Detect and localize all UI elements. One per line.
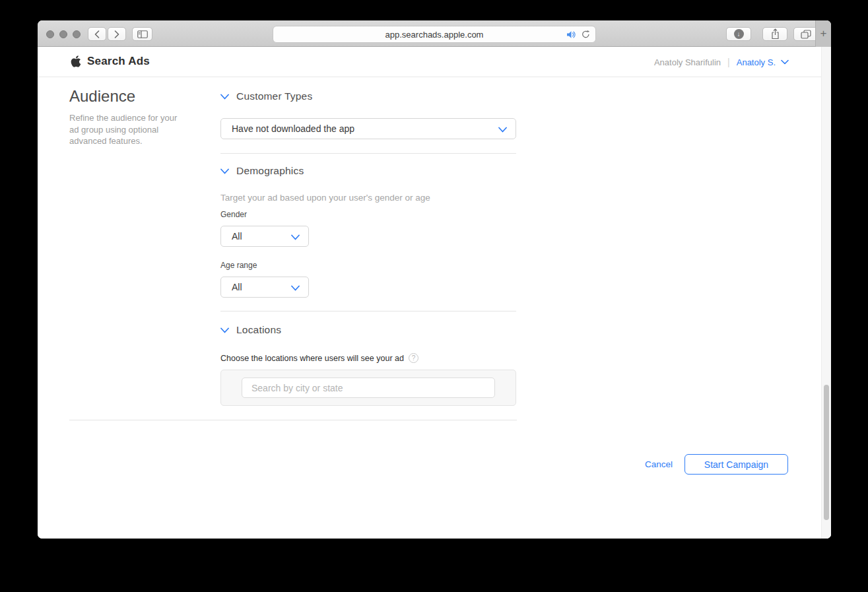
start-campaign-button[interactable]: Start Campaign [684, 454, 788, 475]
download-icon: ↓ [734, 29, 744, 39]
chevron-down-icon [781, 59, 789, 65]
header-separator: | [727, 57, 730, 67]
demographics-subtitle: Target your ad based upon your user's ge… [220, 193, 430, 203]
search-ads-page: Search Ads Anatoly Sharifulin | Anatoly … [38, 47, 831, 539]
chevron-down-icon [220, 327, 229, 333]
section-customer-types[interactable]: Customer Types [220, 90, 312, 102]
new-tab-button[interactable]: + [815, 20, 831, 47]
user-menu-label: Anatoly S. [737, 57, 776, 67]
page-description: Refine the audience for your ad group us… [69, 112, 185, 147]
browser-window: app.searchads.apple.com ↓ + Search Ads [38, 20, 831, 539]
section-locations[interactable]: Locations [220, 324, 281, 336]
section-title-locations: Locations [236, 324, 281, 336]
help-icon[interactable]: ? [409, 353, 418, 363]
customer-types-dropdown[interactable]: Have not downloaded the app [220, 118, 516, 139]
tabs-icon [801, 30, 811, 39]
chevron-down-icon [291, 285, 300, 291]
gender-value: All [232, 231, 242, 242]
age-range-dropdown[interactable]: All [220, 277, 309, 298]
page-header: Search Ads Anatoly Sharifulin | Anatoly … [38, 47, 831, 77]
reload-icon[interactable] [582, 30, 590, 39]
account-name: Anatoly Sharifulin [654, 57, 721, 67]
section-demographics[interactable]: Demographics [220, 165, 304, 177]
chevron-right-icon [114, 30, 119, 38]
sidebar-toggle-button[interactable] [132, 27, 152, 41]
brand-name: Search Ads [87, 55, 150, 68]
forward-button[interactable] [108, 27, 126, 41]
section-divider [220, 153, 516, 154]
address-bar[interactable]: app.searchads.apple.com [273, 26, 596, 43]
user-menu[interactable]: Anatoly S. [737, 57, 789, 67]
share-button[interactable] [762, 27, 787, 41]
section-title-demographics: Demographics [236, 165, 304, 177]
back-button[interactable] [88, 27, 106, 41]
minimize-window-button[interactable] [59, 30, 67, 38]
cancel-button[interactable]: Cancel [645, 459, 673, 469]
section-title-customer-types: Customer Types [236, 90, 312, 102]
scrollbar-track[interactable] [821, 47, 831, 539]
chevron-down-icon [498, 127, 507, 133]
section-divider [220, 311, 516, 312]
chevron-down-icon [220, 94, 229, 100]
footer-divider [69, 420, 517, 420]
window-controls [46, 30, 81, 38]
location-search-input[interactable] [242, 378, 495, 398]
gender-label: Gender [220, 210, 247, 219]
brand: Search Ads [71, 55, 150, 68]
downloads-button[interactable]: ↓ [726, 27, 751, 41]
browser-toolbar: app.searchads.apple.com ↓ + [38, 20, 831, 47]
scrollbar-thumb[interactable] [824, 385, 829, 520]
age-range-label: Age range [220, 261, 257, 270]
sidebar-icon [137, 30, 148, 38]
plus-icon: + [820, 27, 827, 40]
page-title: Audience [69, 87, 135, 106]
zoom-window-button[interactable] [73, 30, 81, 38]
close-window-button[interactable] [46, 30, 54, 38]
gender-dropdown[interactable]: All [220, 226, 309, 247]
locations-prompt: Choose the locations where users will se… [220, 353, 418, 363]
locations-prompt-text: Choose the locations where users will se… [220, 354, 404, 363]
locations-panel [220, 370, 516, 406]
chevron-down-icon [291, 234, 300, 240]
apple-logo-icon [71, 55, 81, 68]
audio-mute-icon[interactable] [566, 30, 577, 39]
share-icon [771, 28, 780, 40]
customer-types-value: Have not downloaded the app [232, 123, 354, 134]
chevron-down-icon [220, 168, 229, 174]
chevron-left-icon [94, 30, 100, 38]
url-text: app.searchads.apple.com [385, 30, 484, 40]
age-range-value: All [232, 282, 242, 292]
